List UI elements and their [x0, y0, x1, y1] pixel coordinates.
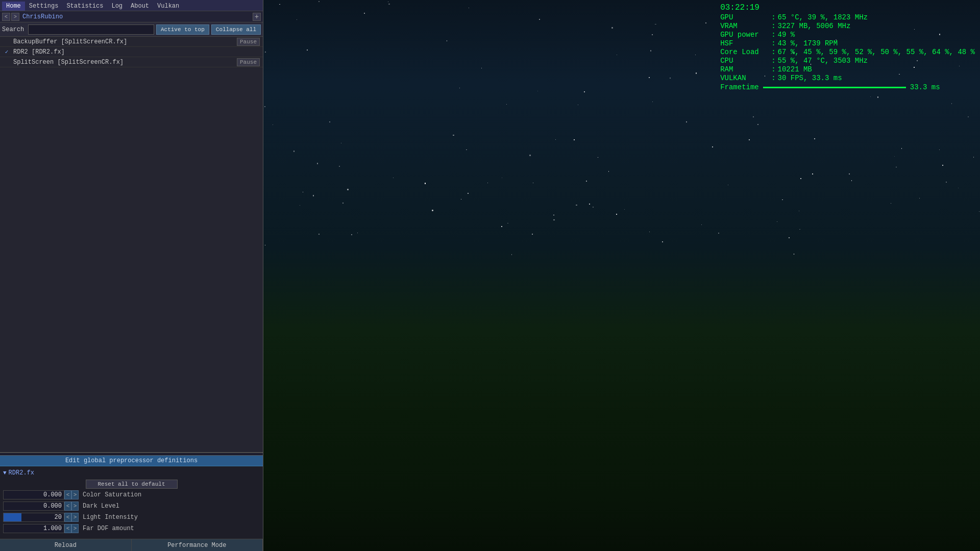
param-value-box[interactable]: 1.000	[3, 524, 64, 533]
stat-value: 10221 MB	[778, 65, 812, 73]
stats-rows: GPU : 65 °C, 39 %, 1823 MHzVRAM : 3227 M…	[720, 13, 975, 82]
stat-label: HSF	[720, 39, 771, 47]
effect-name: SplitScreen [SplitScreenCR.fx]	[13, 59, 237, 66]
stats-overlay: 03:22:19 GPU : 65 °C, 39 %, 1823 MHzVRAM…	[715, 0, 980, 94]
frametime-section: Frametime 33.3 ms	[720, 83, 975, 91]
bottom-buttons: Reload Performance Mode	[0, 539, 263, 551]
param-name: Dark Level	[83, 503, 119, 510]
param-value-box[interactable]: 20	[3, 513, 64, 522]
stat-label: VULKAN	[720, 74, 771, 82]
param-decrement-button[interactable]: <	[64, 490, 71, 499]
preprocessor-title: Edit global preprocessor definitions	[0, 456, 263, 466]
param-row: 20<>Light Intensity	[3, 512, 260, 522]
shader-section: ▼ RDR2.fx Reset all to default 0.000<>Co…	[0, 466, 263, 537]
collapse-all-button[interactable]: Collapse all	[211, 24, 261, 35]
effect-checkbox[interactable]	[3, 59, 10, 66]
param-value-text: 20	[55, 514, 62, 521]
param-increment-button[interactable]: >	[71, 502, 79, 511]
param-value-box[interactable]: 0.000	[3, 502, 64, 511]
stat-row: GPU power : 49 %	[720, 31, 975, 39]
stat-row: GPU : 65 °C, 39 %, 1823 MHz	[720, 13, 975, 21]
search-input[interactable]	[28, 24, 154, 35]
param-increment-button[interactable]: >	[71, 490, 79, 499]
menu-item-statistics[interactable]: Statistics	[62, 2, 107, 11]
params-list: 0.000<>Color Saturation0.000<>Dark Level…	[3, 490, 260, 534]
param-increment-button[interactable]: >	[71, 513, 79, 522]
effect-checkbox[interactable]: ✓	[3, 48, 10, 56]
stat-row: RAM : 10221 MB	[720, 65, 975, 73]
stat-time: 03:22:19	[720, 3, 975, 12]
param-value-text: 0.000	[43, 491, 62, 498]
reload-button[interactable]: Reload	[0, 539, 132, 551]
profile-bar: < > ChrisRubino +	[0, 11, 263, 22]
menu-bar: HomeSettingsStatisticsLogAboutVulkan	[0, 0, 263, 11]
param-value-box[interactable]: 0.000	[3, 490, 64, 499]
stat-row: Core Load : 67 %, 45 %, 59 %, 52 %, 50 %…	[720, 48, 975, 56]
param-row: 1.000<>Far DOF amount	[3, 523, 260, 534]
menu-item-about[interactable]: About	[127, 2, 153, 11]
shader-toggle-icon[interactable]: ▼	[3, 470, 7, 476]
param-name: Far DOF amount	[83, 525, 134, 532]
menu-item-log[interactable]: Log	[107, 2, 127, 11]
profile-nav: < >	[2, 13, 19, 21]
stat-value: 67 %, 45 %, 59 %, 52 %, 50 %, 55 %, 64 %…	[778, 48, 975, 56]
performance-mode-button[interactable]: Performance Mode	[132, 539, 263, 551]
param-decrement-button[interactable]: <	[64, 502, 71, 511]
stat-sep: :	[771, 39, 775, 47]
stat-value: 3227 MB, 5006 MHz	[778, 22, 851, 30]
reset-all-button[interactable]: Reset all to default	[86, 480, 178, 489]
overlay-panel: HomeSettingsStatisticsLogAboutVulkan < >…	[0, 0, 263, 551]
stat-row: VRAM : 3227 MB, 5006 MHz	[720, 22, 975, 30]
param-row: 0.000<>Dark Level	[3, 501, 260, 511]
stat-row: HSF : 43 %, 1739 RPM	[720, 39, 975, 47]
profile-prev-button[interactable]: <	[2, 13, 10, 21]
stat-label: GPU	[720, 13, 771, 21]
param-name: Light Intensity	[83, 514, 138, 521]
stat-sep: :	[771, 74, 775, 82]
frametime-value: 33.3 ms	[910, 83, 940, 91]
menu-item-home[interactable]: Home	[2, 2, 25, 11]
effect-item[interactable]: ✓RDR2 [RDR2.fx]	[0, 47, 263, 57]
shader-header: ▼ RDR2.fx	[3, 468, 260, 478]
search-label: Search	[2, 26, 24, 33]
stat-value: 55 %, 47 °C, 3503 MHz	[778, 57, 868, 65]
active-to-top-button[interactable]: Active to top	[156, 24, 209, 35]
menu-items: HomeSettingsStatisticsLogAboutVulkan	[2, 1, 183, 10]
stat-value: 49 %	[778, 31, 795, 39]
shader-name: RDR2.fx	[9, 469, 34, 477]
stat-sep: :	[771, 13, 775, 21]
bottom-panel: Edit global preprocessor definitions ▼ R…	[0, 456, 263, 551]
param-increment-button[interactable]: >	[71, 524, 79, 533]
stat-label: CPU	[720, 57, 771, 65]
effect-item[interactable]: BackupBuffer [SplitScreenCR.fx]Pause	[0, 37, 263, 47]
param-name: Color Saturation	[83, 491, 141, 498]
stat-label: GPU power	[720, 31, 771, 39]
profile-add-button[interactable]: +	[253, 13, 261, 21]
param-value-text: 0.000	[43, 503, 62, 510]
param-decrement-button[interactable]: <	[64, 524, 71, 533]
stat-sep: :	[771, 31, 775, 39]
param-decrement-button[interactable]: <	[64, 513, 71, 522]
stat-sep: :	[771, 65, 775, 73]
stat-label: VRAM	[720, 22, 771, 30]
effect-item[interactable]: SplitScreen [SplitScreenCR.fx]Pause	[0, 57, 263, 67]
effect-pause-button[interactable]: Pause	[237, 58, 260, 66]
menu-item-settings[interactable]: Settings	[25, 2, 63, 11]
effect-checkbox[interactable]	[3, 38, 10, 45]
stat-label: Core Load	[720, 48, 771, 56]
stat-sep: :	[771, 48, 775, 56]
profile-next-button[interactable]: >	[11, 13, 19, 21]
stat-value: 30 FPS, 33.3 ms	[778, 74, 842, 82]
stat-sep: :	[771, 57, 775, 65]
stat-value: 43 %, 1739 RPM	[778, 39, 838, 47]
param-value-bar	[4, 513, 21, 521]
menu-item-vulkan[interactable]: Vulkan	[153, 2, 183, 11]
effect-name: RDR2 [RDR2.fx]	[13, 48, 260, 56]
frametime-bar	[763, 87, 906, 88]
stat-sep: :	[771, 22, 775, 30]
profile-name: ChrisRubino	[19, 13, 251, 20]
param-row: 0.000<>Color Saturation	[3, 490, 260, 500]
stat-row: VULKAN : 30 FPS, 33.3 ms	[720, 74, 975, 82]
effect-pause-button[interactable]: Pause	[237, 38, 260, 46]
param-value-text: 1.000	[43, 525, 62, 532]
